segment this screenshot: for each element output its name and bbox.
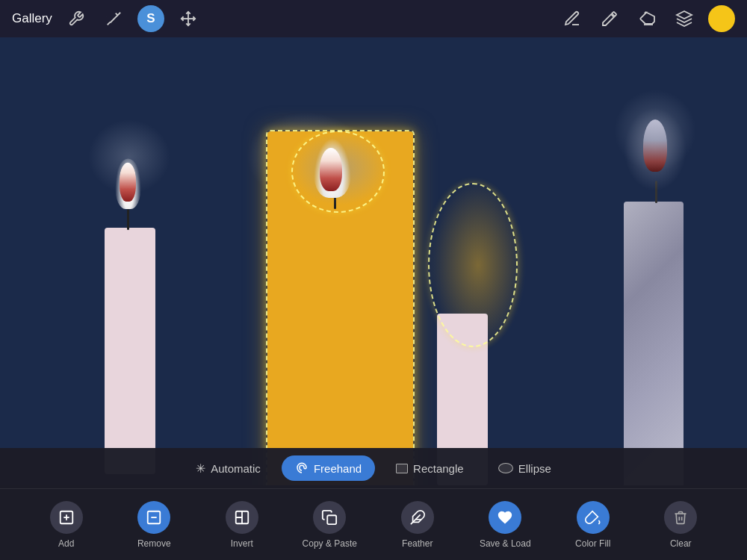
feather-label: Feather: [402, 538, 433, 549]
tool-invert[interactable]: Invert: [212, 501, 272, 549]
tool-save-load[interactable]: Save & Load: [475, 501, 535, 549]
color-fill-label: Color Fill: [575, 538, 610, 549]
mode-rectangle[interactable]: Rectangle: [382, 456, 477, 481]
canvas-area: [0, 37, 747, 485]
mode-freehand[interactable]: Freehand: [282, 455, 375, 481]
remove-icon: [137, 501, 170, 534]
right-candle-body: [624, 202, 684, 485]
brush-tool-icon[interactable]: [596, 5, 623, 32]
tool-icons-bar: Add Remove Invert: [0, 489, 747, 560]
selection-mode-bar: ✳ Automatic Freehand Rectangle Ellipse: [0, 448, 747, 489]
layers-icon[interactable]: [671, 5, 698, 32]
tool-add[interactable]: Add: [37, 501, 96, 549]
gallery-button[interactable]: Gallery: [12, 11, 52, 26]
topbar-left: Gallery S: [12, 5, 202, 32]
clear-label: Clear: [670, 538, 692, 549]
tool-remove[interactable]: Remove: [124, 501, 184, 549]
center-candle-flame-selection: [291, 131, 385, 213]
invert-icon: [226, 501, 258, 534]
color-picker-icon[interactable]: [708, 5, 735, 32]
mode-rectangle-label: Rectangle: [413, 462, 464, 475]
color-fill-icon: [577, 501, 610, 534]
topbar-right: [559, 5, 735, 32]
automatic-icon: ✳: [196, 461, 205, 476]
copy-paste-icon: [313, 501, 346, 534]
left-candle-body: [105, 228, 155, 474]
rc-candle-ellipse-selection: [428, 183, 518, 347]
mode-ellipse[interactable]: Ellipse: [485, 456, 565, 481]
svg-rect-12: [328, 515, 337, 524]
mode-ellipse-label: Ellipse: [518, 462, 551, 475]
freehand-icon: [295, 461, 309, 475]
mode-automatic[interactable]: ✳ Automatic: [182, 455, 274, 482]
pen-tool-icon[interactable]: [559, 5, 586, 32]
rectangle-icon: [396, 464, 408, 473]
tool-clear[interactable]: Clear: [651, 501, 710, 549]
ellipse-icon: [498, 463, 513, 473]
tool-color-fill[interactable]: Color Fill: [563, 501, 623, 549]
selection-tool-icon[interactable]: S: [137, 5, 164, 32]
save-load-label: Save & Load: [480, 538, 531, 549]
add-label: Add: [58, 538, 74, 549]
invert-label: Invert: [231, 538, 253, 549]
eraser-tool-icon[interactable]: [633, 5, 660, 32]
tool-feather[interactable]: Feather: [388, 501, 447, 549]
remove-label: Remove: [137, 538, 171, 549]
copy-paste-label: Copy & Paste: [303, 538, 357, 549]
feather-icon: [401, 501, 434, 534]
transform-icon[interactable]: [175, 5, 202, 32]
save-load-icon: [489, 501, 521, 534]
left-candle-wick: [127, 209, 129, 230]
bottom-toolbar: ✳ Automatic Freehand Rectangle Ellipse A: [0, 448, 747, 560]
top-toolbar: Gallery S: [0, 0, 747, 37]
wrench-icon[interactable]: [63, 5, 90, 32]
svg-marker-5: [677, 11, 692, 19]
tool-copy-paste[interactable]: Copy & Paste: [300, 501, 359, 549]
mode-automatic-label: Automatic: [211, 462, 261, 475]
right-candle-flame: [643, 119, 667, 172]
magic-wand-icon[interactable]: [100, 5, 127, 32]
add-icon: [50, 501, 83, 534]
candle-scene: [0, 37, 747, 485]
mode-freehand-label: Freehand: [314, 462, 362, 475]
clear-icon: [664, 501, 697, 534]
